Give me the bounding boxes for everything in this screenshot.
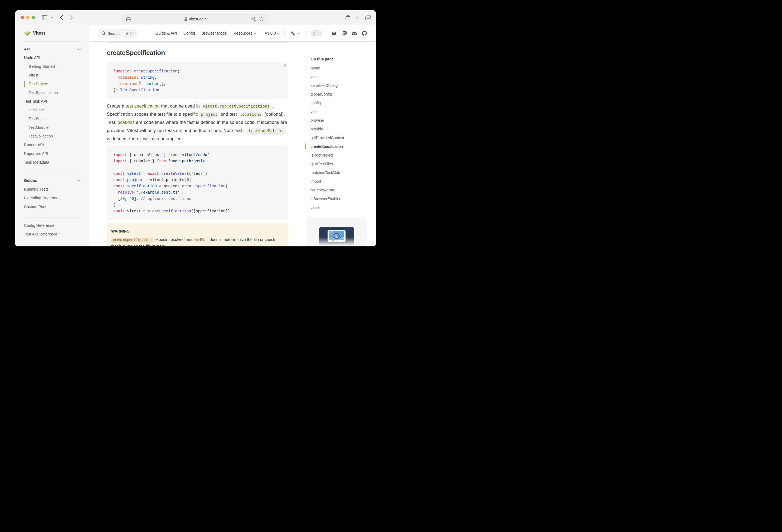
svg-text:A: A (252, 17, 253, 20)
svg-text:文: 文 (254, 19, 256, 21)
svg-text:</>: </> (334, 235, 339, 238)
